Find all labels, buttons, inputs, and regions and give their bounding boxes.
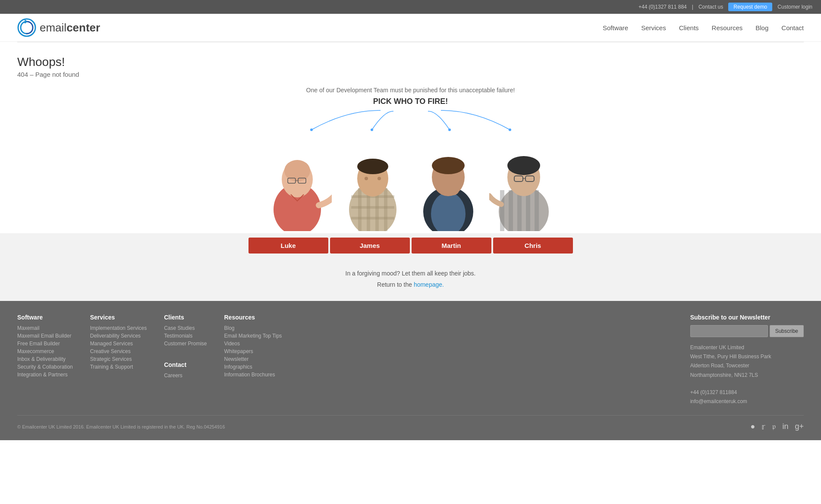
svg-point-22 <box>377 177 381 180</box>
svg-point-4 <box>509 128 511 131</box>
svg-point-2 <box>371 128 373 131</box>
copyright: © Emailcenter UK Limited 2016. Emailcent… <box>17 424 225 429</box>
footer-link-maxemail[interactable]: Maxemail <box>17 325 73 331</box>
svg-point-3 <box>448 128 451 131</box>
svg-point-21 <box>365 177 368 180</box>
people-section: Luke James Martin Chris In a forgiving m… <box>0 233 821 301</box>
googleplus-icon[interactable]: g+ <box>795 422 804 432</box>
person-james <box>335 138 411 233</box>
main-content: Whoops! 404 – Page not found <box>0 42 821 78</box>
company-address2: Alderton Road, Towcester <box>690 362 804 370</box>
nav-clients[interactable]: Clients <box>679 24 699 31</box>
person-luke <box>260 138 335 233</box>
contact-us-link[interactable]: Contact us <box>698 4 723 10</box>
facebook-icon[interactable]: 𝔭 <box>772 422 776 432</box>
footer-link-infographics[interactable]: Infographics <box>224 364 282 370</box>
company-address1: West Tithe, Pury Hill Business Park <box>690 353 804 361</box>
svg-point-35 <box>507 156 540 175</box>
social-icons: ● 𝕣 𝔭 in g+ <box>751 422 804 432</box>
top-bar: +44 (0)1327 811 884 | Contact us Request… <box>0 0 821 14</box>
svg-point-1 <box>310 128 313 131</box>
footer-link-creative[interactable]: Creative Services <box>90 348 147 354</box>
footer-resources-heading: Resources <box>224 314 282 321</box>
footer-software-heading: Software <box>17 314 73 321</box>
footer-link-security[interactable]: Security & Collaboration <box>17 364 73 370</box>
footer-col-services: Services Implementation Services Deliver… <box>90 314 147 407</box>
main-nav: Software Services Clients Resources Blog… <box>603 24 804 31</box>
footer-link-blog[interactable]: Blog <box>224 325 282 331</box>
footer-link-inbox[interactable]: Inbox & Deliverability <box>17 356 73 362</box>
footer-link-info-brochures[interactable]: Information Brochures <box>224 372 282 378</box>
footer-col-clients: Clients Case Studies Testimonials Custom… <box>164 314 207 407</box>
request-demo-button[interactable]: Request demo <box>728 3 772 11</box>
subscribe-input[interactable] <box>690 325 768 337</box>
linkedin-icon[interactable]: in <box>782 422 788 432</box>
nav-resources[interactable]: Resources <box>712 24 743 31</box>
svg-point-20 <box>357 159 388 174</box>
footer-link-videos[interactable]: Videos <box>224 341 282 347</box>
nav-contact[interactable]: Contact <box>781 24 804 31</box>
footer-link-implementation[interactable]: Implementation Services <box>90 325 147 331</box>
footer-subscribe-section: Subscribe to our Newsletter Subscribe Em… <box>690 314 804 407</box>
subscribe-button[interactable]: Subscribe <box>770 325 804 337</box>
arcs-svg <box>260 106 562 134</box>
company-email: info@emailcenteruk.com <box>690 398 804 406</box>
nav-software[interactable]: Software <box>603 24 628 31</box>
company-phone: +44 (0)1327 811884 <box>690 388 804 397</box>
nav-services[interactable]: Services <box>641 24 666 31</box>
footer-link-testimonials[interactable]: Testimonials <box>164 333 207 339</box>
subscribe-form: Subscribe <box>690 325 804 337</box>
footer-link-careers[interactable]: Careers <box>164 373 207 379</box>
people-images <box>0 134 821 233</box>
footer-col-resources: Resources Blog Email Marketing Top Tips … <box>224 314 282 407</box>
footer-link-email-tips[interactable]: Email Marketing Top Tips <box>224 333 282 339</box>
footer-link-training[interactable]: Training & Support <box>90 364 147 370</box>
customer-login-link[interactable]: Customer login <box>777 4 812 10</box>
company-address3: Northamptonshire, NN12 7LS <box>690 371 804 379</box>
pick-title: PICK WHO TO FIRE! <box>0 97 821 106</box>
company-info: Emailcenter UK Limited West Tithe, Pury … <box>690 344 804 406</box>
forgiving-text: In a forgiving mood? Let them all keep t… <box>0 262 821 279</box>
header: emailcenter Software Services Clients Re… <box>0 14 821 42</box>
svg-point-27 <box>446 185 459 195</box>
footer-link-maxecommerce[interactable]: Maxecommerce <box>17 348 73 354</box>
svg-point-26 <box>432 157 465 174</box>
return-text: Return to the homepage. <box>0 279 821 301</box>
footer-link-deliverability[interactable]: Deliverability Services <box>90 333 147 339</box>
footer-link-managed[interactable]: Managed Services <box>90 341 147 347</box>
page-subtitle: 404 – Page not found <box>17 71 804 78</box>
company-name: Emailcenter UK Limited <box>690 344 804 352</box>
error-section: One of our Development Team must be puni… <box>0 78 821 233</box>
footer-link-free-email-builder[interactable]: Free Email Builder <box>17 341 73 347</box>
footer-services-heading: Services <box>90 314 147 321</box>
fire-chris-button[interactable]: Chris <box>493 238 573 254</box>
footer-link-case-studies[interactable]: Case Studies <box>164 325 207 331</box>
logo-text: emailcenter <box>40 21 100 34</box>
twitter-icon[interactable]: 𝕣 <box>761 422 765 432</box>
separator: | <box>692 4 693 10</box>
homepage-link[interactable]: homepage. <box>414 281 444 288</box>
footer-link-maxemail-builder[interactable]: Maxemail Email Builder <box>17 333 73 339</box>
person-chris <box>486 138 562 233</box>
error-description: One of our Development Team must be puni… <box>0 87 821 94</box>
footer-col-software: Software Maxemail Maxemail Email Builder… <box>17 314 73 407</box>
footer-link-newsletter[interactable]: Newsletter <box>224 356 282 362</box>
rss-icon[interactable]: ● <box>751 422 755 432</box>
footer-link-strategic[interactable]: Strategic Services <box>90 356 147 362</box>
logo-icon <box>17 18 36 37</box>
nav-blog[interactable]: Blog <box>755 24 768 31</box>
footer-link-whitepapers[interactable]: Whitepapers <box>224 348 282 354</box>
footer-bottom: © Emailcenter UK Limited 2016. Emailcent… <box>17 415 804 432</box>
footer-link-integration[interactable]: Integration & Partners <box>17 372 73 378</box>
fire-martin-button[interactable]: Martin <box>412 238 491 254</box>
page-title: Whoops! <box>17 55 804 69</box>
footer-clients-heading: Clients <box>164 314 207 321</box>
fire-luke-button[interactable]: Luke <box>249 238 328 254</box>
subscribe-heading: Subscribe to our Newsletter <box>690 314 804 321</box>
fire-james-button[interactable]: James <box>330 238 410 254</box>
phone-number: +44 (0)1327 811 884 <box>639 4 687 10</box>
logo[interactable]: emailcenter <box>17 18 100 37</box>
footer-link-customer-promise[interactable]: Customer Promise <box>164 341 207 347</box>
footer: Software Maxemail Maxemail Email Builder… <box>0 301 821 440</box>
footer-columns: Software Maxemail Maxemail Email Builder… <box>17 314 804 407</box>
